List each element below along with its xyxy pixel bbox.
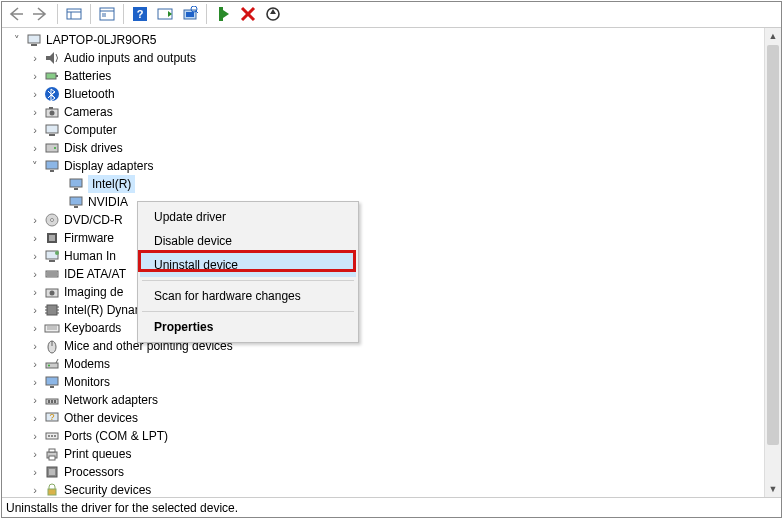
device-tree[interactable]: ˅ LAPTOP-0LJR9OR5 ›Audio inputs and outp… [2, 28, 764, 497]
expand-icon[interactable]: › [28, 393, 42, 407]
expand-icon[interactable]: › [28, 249, 42, 263]
category-label: Other devices [64, 409, 138, 427]
scroll-thumb[interactable] [767, 45, 779, 445]
category-net[interactable]: ›Network adapters [4, 391, 764, 409]
expand-icon[interactable]: › [28, 483, 42, 497]
category-fw[interactable]: ›Firmware [4, 229, 764, 247]
vertical-scrollbar[interactable]: ▲ ▼ [764, 28, 781, 497]
expand-icon[interactable]: › [28, 303, 42, 317]
expand-icon[interactable]: › [28, 105, 42, 119]
category-cam[interactable]: ›Cameras [4, 103, 764, 121]
properties-button[interactable] [95, 3, 119, 25]
category-modem[interactable]: ›Modems [4, 355, 764, 373]
category-mice[interactable]: ›Mice and other pointing devices [4, 337, 764, 355]
expand-icon[interactable]: › [28, 465, 42, 479]
expand-icon[interactable]: › [28, 267, 42, 281]
category-label: Monitors [64, 373, 110, 391]
root-node[interactable]: ˅ LAPTOP-0LJR9OR5 [4, 31, 764, 49]
svg-rect-24 [46, 73, 56, 79]
svg-rect-80 [49, 449, 55, 452]
expand-icon[interactable]: › [28, 51, 42, 65]
category-batt[interactable]: ›Batteries [4, 67, 764, 85]
category-label: Imaging de [64, 283, 123, 301]
expand-icon[interactable]: › [28, 357, 42, 371]
update-button[interactable] [261, 3, 285, 25]
svg-rect-43 [49, 235, 55, 241]
svg-rect-22 [31, 44, 37, 46]
svg-rect-67 [46, 377, 58, 385]
category-disk[interactable]: ›Disk drives [4, 139, 764, 157]
hid-icon [44, 248, 60, 264]
svg-point-77 [51, 435, 53, 437]
ctx-separator [142, 311, 354, 312]
back-button[interactable] [4, 3, 28, 25]
expand-icon[interactable]: › [28, 231, 42, 245]
collapse-icon[interactable]: ˅ [28, 159, 42, 173]
expand-icon[interactable]: › [28, 339, 42, 353]
category-ports[interactable]: ›Ports (COM & LPT) [4, 427, 764, 445]
svg-rect-72 [54, 400, 56, 403]
category-label: Processors [64, 463, 124, 481]
ctx-uninstall-device[interactable]: Uninstall device [140, 253, 356, 277]
svg-rect-71 [51, 400, 53, 403]
forward-button[interactable] [29, 3, 53, 25]
root-label: LAPTOP-0LJR9OR5 [46, 31, 157, 49]
dptf-icon [44, 302, 60, 318]
show-hidden-button[interactable] [62, 3, 86, 25]
expand-icon[interactable]: › [28, 123, 42, 137]
ctx-disable-device[interactable]: Disable device [140, 229, 356, 253]
uninstall-button[interactable] [236, 3, 260, 25]
svg-rect-36 [70, 179, 82, 187]
expand-icon[interactable]: › [28, 411, 42, 425]
category-label: DVD/CD-R [64, 211, 123, 229]
category-hid[interactable]: ›Human In [4, 247, 764, 265]
category-bt[interactable]: ›Bluetooth [4, 85, 764, 103]
category-mon[interactable]: ›Monitors [4, 373, 764, 391]
svg-rect-21 [28, 35, 40, 43]
expand-icon[interactable]: › [28, 429, 42, 443]
expand-icon[interactable]: › [28, 213, 42, 227]
expand-icon[interactable]: › [28, 87, 42, 101]
enable-button[interactable] [211, 3, 235, 25]
ctx-properties[interactable]: Properties [140, 315, 356, 339]
category-img[interactable]: ›Imaging de [4, 283, 764, 301]
svg-rect-29 [49, 107, 53, 109]
svg-point-28 [50, 110, 55, 115]
device-disp-intel[interactable]: Intel(R) [4, 175, 764, 193]
dvd-icon [44, 212, 60, 228]
category-dptf[interactable]: ›Intel(R) Dynamic Platform and Thermal F… [4, 301, 764, 319]
scroll-up-button[interactable]: ▲ [765, 28, 781, 45]
category-print[interactable]: ›Print queues [4, 445, 764, 463]
collapse-icon[interactable]: ˅ [10, 33, 24, 47]
category-sec[interactable]: ›Security devices [4, 481, 764, 497]
expand-icon[interactable]: › [28, 375, 42, 389]
other-icon: ? [44, 410, 60, 426]
svg-point-51 [50, 290, 55, 295]
category-comp[interactable]: ›Computer [4, 121, 764, 139]
expand-icon[interactable]: › [28, 447, 42, 461]
scroll-down-button[interactable]: ▼ [765, 480, 781, 497]
category-proc[interactable]: ›Processors [4, 463, 764, 481]
action-button[interactable] [153, 3, 177, 25]
expand-icon[interactable]: › [28, 285, 42, 299]
expand-icon[interactable]: › [28, 321, 42, 335]
category-label: Batteries [64, 67, 111, 85]
category-kb[interactable]: ›Keyboards [4, 319, 764, 337]
device-disp-nvidia[interactable]: NVIDIA [4, 193, 764, 211]
expand-icon[interactable]: › [28, 141, 42, 155]
svg-point-78 [54, 435, 56, 437]
category-other[interactable]: ›?Other devices [4, 409, 764, 427]
print-icon [44, 446, 60, 462]
img-icon [44, 284, 60, 300]
expand-icon[interactable]: › [28, 69, 42, 83]
ctx-update-driver[interactable]: Update driver [140, 205, 356, 229]
scan-button[interactable] [178, 3, 202, 25]
help-button[interactable]: ? [128, 3, 152, 25]
category-audio[interactable]: ›Audio inputs and outputs [4, 49, 764, 67]
sec-icon [44, 482, 60, 497]
ctx-scan-hardware[interactable]: Scan for hardware changes [140, 284, 356, 308]
ide-icon [44, 266, 60, 282]
category-disp[interactable]: ˅Display adapters [4, 157, 764, 175]
category-dvd[interactable]: ›DVD/CD-R [4, 211, 764, 229]
category-ide[interactable]: ›IDE ATA/AT [4, 265, 764, 283]
